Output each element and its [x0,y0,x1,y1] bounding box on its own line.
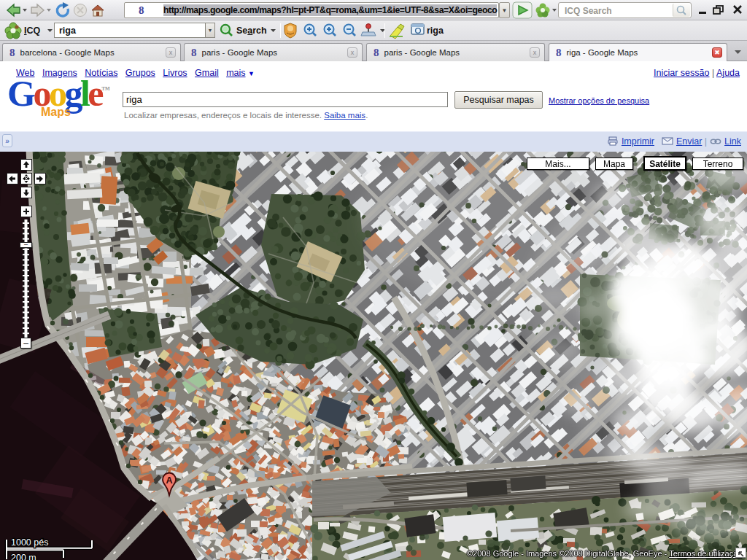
svg-text:200 m: 200 m [11,553,36,560]
svg-text:A: A [166,475,172,486]
svg-text:1000 pés: 1000 pés [11,537,48,548]
